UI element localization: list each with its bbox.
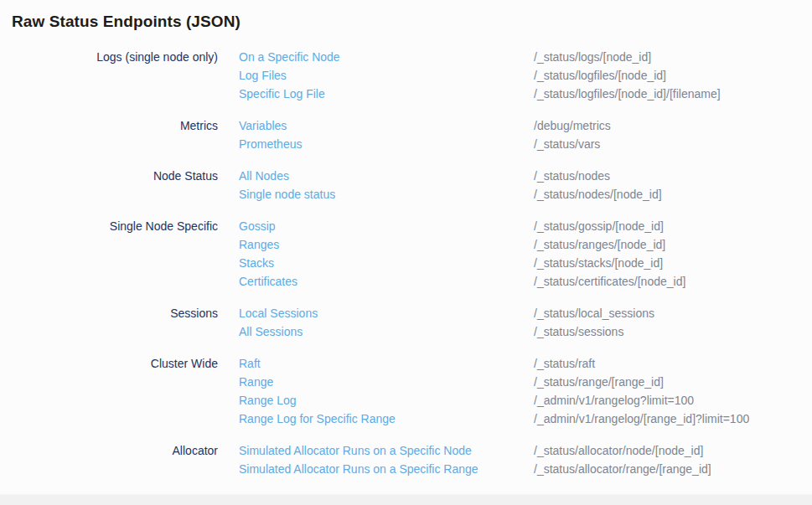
endpoint-path: /debug/metrics (534, 116, 812, 135)
endpoint-path: /_status/vars (534, 135, 812, 153)
category-label: Cluster Wide (0, 354, 218, 373)
endpoint-link[interactable]: Variables (239, 116, 534, 135)
endpoint-links-column: On a Specific NodeLog FilesSpecific Log … (218, 48, 534, 103)
endpoint-paths-column: /_status/logs/[node_id]/_status/logfiles… (534, 48, 812, 103)
endpoint-link[interactable]: Range Log (239, 391, 534, 410)
endpoint-group: MetricsVariablesPrometheus/debug/metrics… (0, 116, 812, 153)
endpoint-link[interactable]: On a Specific Node (239, 48, 534, 66)
endpoint-group: AllocatorSimulated Allocator Runs on a S… (0, 441, 812, 478)
endpoint-link[interactable]: Stacks (239, 254, 534, 272)
endpoint-paths-column: /_status/local_sessions/_status/sessions (534, 304, 812, 341)
endpoint-group: Cluster WideRaftRangeRange LogRange Log … (0, 354, 812, 428)
endpoint-group: Node StatusAll NodesSingle node status/_… (0, 167, 812, 204)
endpoint-paths-column: /_status/allocator/node/[node_id]/_statu… (534, 441, 812, 478)
endpoint-link[interactable]: All Nodes (239, 167, 534, 185)
endpoint-link[interactable]: All Sessions (239, 322, 534, 341)
category-label: Metrics (0, 116, 218, 135)
category-label: Logs (single node only) (0, 48, 218, 66)
endpoint-path: /_status/stacks/[node_id] (534, 254, 812, 272)
endpoint-path: /_status/logfiles/[node_id] (534, 66, 812, 85)
endpoint-path: /_admin/v1/rangelog/[range_id]?limit=100 (534, 410, 812, 428)
endpoint-paths-column: /_status/raft/_status/range/[range_id]/_… (534, 354, 812, 428)
endpoint-links-column: All NodesSingle node status (218, 167, 534, 204)
endpoint-path: /_status/certificates/[node_id] (534, 272, 812, 291)
endpoint-path: /_status/allocator/range/[range_id] (534, 460, 812, 478)
category-label: Single Node Specific (0, 217, 218, 235)
endpoint-path: /_status/nodes/[node_id] (534, 185, 812, 204)
endpoint-path: /_status/logfiles/[node_id]/[filename] (534, 85, 812, 103)
endpoint-links-column: Simulated Allocator Runs on a Specific N… (218, 441, 534, 478)
endpoint-link[interactable]: Certificates (239, 272, 534, 291)
endpoint-path: /_status/logs/[node_id] (534, 48, 812, 66)
endpoint-link[interactable]: Prometheus (239, 135, 534, 153)
endpoint-path: /_admin/v1/rangelog?limit=100 (534, 391, 812, 410)
endpoint-path: /_status/nodes (534, 167, 812, 185)
endpoint-link[interactable]: Ranges (239, 235, 534, 254)
endpoint-group: Single Node SpecificGossipRangesStacksCe… (0, 217, 812, 291)
endpoint-paths-column: /_status/gossip/[node_id]/_status/ranges… (534, 217, 812, 291)
debug-endpoints-page: { "page": { "title": "Raw Status Endpoin… (0, 0, 812, 505)
endpoint-link[interactable]: Simulated Allocator Runs on a Specific R… (239, 460, 534, 478)
endpoint-link[interactable]: Local Sessions (239, 304, 534, 322)
endpoint-paths-column: /_status/nodes/_status/nodes/[node_id] (534, 167, 812, 204)
endpoint-link[interactable]: Gossip (239, 217, 534, 235)
footer-bar (0, 494, 812, 505)
endpoint-link[interactable]: Simulated Allocator Runs on a Specific N… (239, 441, 534, 460)
endpoint-path: /_status/local_sessions (534, 304, 812, 322)
endpoint-link[interactable]: Range Log for Specific Range (239, 410, 534, 428)
category-label: Allocator (0, 441, 218, 460)
endpoint-link[interactable]: Raft (239, 354, 534, 373)
endpoint-path: /_status/range/[range_id] (534, 373, 812, 391)
endpoint-group: Logs (single node only)On a Specific Nod… (0, 48, 812, 103)
endpoints-table: Logs (single node only)On a Specific Nod… (0, 48, 812, 478)
endpoint-link[interactable]: Range (239, 373, 534, 391)
endpoint-group: SessionsLocal SessionsAll Sessions/_stat… (0, 304, 812, 341)
endpoint-path: /_status/sessions (534, 322, 812, 341)
endpoint-link[interactable]: Specific Log File (239, 85, 534, 103)
endpoint-path: /_status/allocator/node/[node_id] (534, 441, 812, 460)
category-label: Sessions (0, 304, 218, 322)
category-label: Node Status (0, 167, 218, 185)
endpoint-links-column: VariablesPrometheus (218, 116, 534, 153)
page-title: Raw Status Endpoints (JSON) (12, 12, 812, 32)
endpoint-links-column: GossipRangesStacksCertificates (218, 217, 534, 291)
endpoint-link[interactable]: Log Files (239, 66, 534, 85)
endpoint-links-column: Local SessionsAll Sessions (218, 304, 534, 341)
endpoint-path: /_status/gossip/[node_id] (534, 217, 812, 235)
endpoint-link[interactable]: Single node status (239, 185, 534, 204)
endpoint-path: /_status/raft (534, 354, 812, 373)
endpoint-paths-column: /debug/metrics/_status/vars (534, 116, 812, 153)
endpoint-links-column: RaftRangeRange LogRange Log for Specific… (218, 354, 534, 428)
endpoint-path: /_status/ranges/[node_id] (534, 235, 812, 254)
